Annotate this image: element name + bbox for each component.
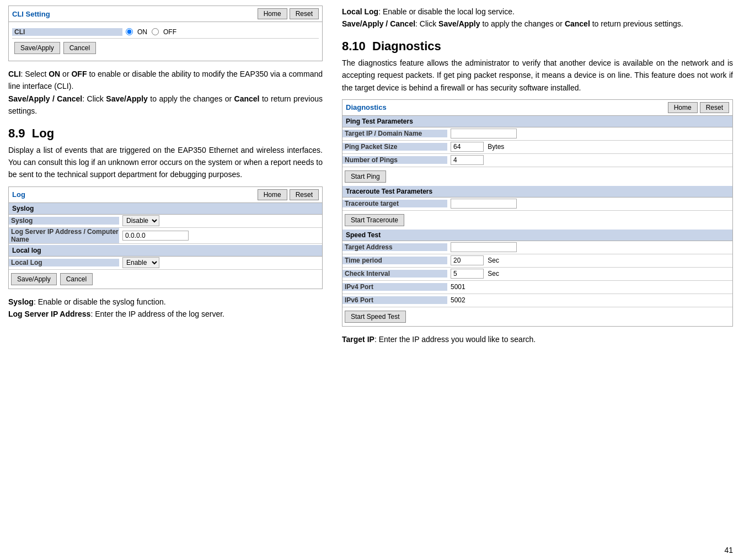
cli-panel-title: CLI Setting <box>12 10 50 18</box>
check-interval-label: Check Interval <box>342 270 447 278</box>
log-section-paragraph: Display a list of events that are trigge… <box>8 144 323 181</box>
ipv6-port-value: 5002 <box>447 296 732 304</box>
start-ping-row: Start Ping <box>342 167 732 186</box>
time-period-unit: Sec <box>488 257 499 264</box>
traceroute-value <box>447 199 732 209</box>
right-cancel-text: Cancel <box>565 19 590 28</box>
local-log-description: Local Log: Enable or disable the local l… <box>342 6 733 30</box>
cli-home-button[interactable]: Home <box>258 8 287 19</box>
diag-reset-button[interactable]: Reset <box>700 102 729 113</box>
ping-packet-value: Bytes <box>447 142 732 152</box>
log-cancel-button[interactable]: Cancel <box>60 273 93 285</box>
cli-on-label: ON <box>137 28 147 36</box>
cli-on-text: ON <box>49 70 60 78</box>
ping-packet-label: Ping Packet Size <box>342 143 447 151</box>
cli-desc-heading: CLI <box>8 70 21 78</box>
traceroute-label: Traceroute target <box>342 200 447 207</box>
cli-saveapply-text: Save/Apply <box>106 94 147 103</box>
log-panel-title: Log <box>12 190 25 199</box>
right-saveapply-text: Save/Apply <box>438 19 480 28</box>
syslog-desc-heading: Syslog <box>8 297 34 306</box>
num-pings-label: Number of Pings <box>342 156 447 164</box>
check-interval-input[interactable] <box>451 269 484 279</box>
cli-cancel-text: Cancel <box>234 94 260 103</box>
check-interval-value: Sec <box>447 269 732 279</box>
local-log-section-header: Local log <box>9 245 322 257</box>
cli-action-row: Save/Apply Cancel <box>12 39 319 57</box>
speed-test-section-header: Speed Test <box>342 230 732 241</box>
start-traceroute-row: Start Traceroute <box>342 211 732 230</box>
syslog-select[interactable]: Disable Enable <box>122 215 159 226</box>
cli-cancel-button[interactable]: Cancel <box>63 42 96 54</box>
start-traceroute-button[interactable]: Start Traceroute <box>345 214 404 226</box>
local-log-label: Local Log <box>9 259 119 266</box>
cli-row-label: CLI <box>12 28 122 36</box>
check-interval-unit: Sec <box>488 270 499 278</box>
cli-radio-group: ON OFF <box>122 28 319 36</box>
start-speed-test-button[interactable]: Start Speed Test <box>345 311 406 323</box>
log-reset-button[interactable]: Reset <box>290 189 319 200</box>
log-section-title: 8.9 Log <box>8 126 323 141</box>
syslog-value: Disable Enable <box>119 215 322 226</box>
diagnostics-section-title: 8.10 Diagnostics <box>342 39 733 54</box>
cli-off-label: OFF <box>163 28 176 36</box>
target-addr-input[interactable] <box>451 242 517 252</box>
cli-off-radio[interactable] <box>152 28 159 35</box>
log-save-button[interactable]: Save/Apply <box>11 273 57 285</box>
page-number: 41 <box>724 546 733 554</box>
traceroute-section-header: Traceroute Test Parameters <box>342 186 732 198</box>
diagnostics-section-name: Diagnostics <box>372 39 441 53</box>
target-addr-value <box>447 242 732 252</box>
start-ping-button[interactable]: Start Ping <box>345 170 386 183</box>
target-ip-value <box>447 129 732 138</box>
local-log-desc-heading: Local Log <box>342 7 378 16</box>
log-section-name: Log <box>32 126 54 140</box>
ping-section-header: Ping Test Parameters <box>342 116 732 127</box>
time-period-label: Time period <box>342 257 447 264</box>
cli-off-text: OFF <box>71 70 87 78</box>
num-pings-value <box>447 155 732 165</box>
log-server-label: Log Server IP Address / Computer Name <box>9 228 119 243</box>
log-server-value <box>119 231 322 241</box>
diag-home-button[interactable]: Home <box>668 102 698 113</box>
cli-reset-button[interactable]: Reset <box>290 8 319 19</box>
time-period-value: Sec <box>447 255 732 265</box>
cli-on-radio[interactable] <box>126 28 133 35</box>
cli-saveapply-heading: Save/Apply / Cancel <box>8 94 82 103</box>
target-addr-label: Target Address <box>342 243 447 251</box>
diagnostics-section-number: 8.10 <box>342 39 366 53</box>
logserver-desc-heading: Log Server IP Address <box>8 310 90 318</box>
target-ip-label: Target IP / Domain Name <box>342 130 447 137</box>
traceroute-input[interactable] <box>451 199 517 209</box>
time-period-input[interactable] <box>451 255 484 265</box>
num-pings-input[interactable] <box>451 155 484 165</box>
syslog-section-header: Syslog <box>9 203 322 215</box>
syslog-label: Syslog <box>9 217 119 225</box>
diagnostics-paragraph: The diagnostics feature allows the admin… <box>342 57 733 94</box>
right-saveapply-heading: Save/Apply / Cancel <box>342 19 415 28</box>
diag-panel-title: Diagnostics <box>346 103 387 111</box>
local-log-select[interactable]: Enable Disable <box>122 257 159 268</box>
log-action-row: Save/Apply Cancel <box>9 270 322 289</box>
target-ip-input[interactable] <box>451 129 517 138</box>
log-home-button[interactable]: Home <box>258 189 287 200</box>
ipv4-port-value: 5001 <box>447 283 732 291</box>
ping-packet-unit: Bytes <box>488 143 504 151</box>
local-log-value: Enable Disable <box>119 257 322 268</box>
target-ip-footer-heading: Target IP <box>342 335 374 344</box>
ipv4-port-label: IPv4 Port <box>342 283 447 291</box>
cli-description: CLI: Select ON or OFF to enable or disab… <box>8 68 323 118</box>
ping-packet-input[interactable] <box>451 142 484 152</box>
ipv6-port-label: IPv6 Port <box>342 296 447 304</box>
log-description: Syslog: Enable or disable the syslog fun… <box>8 296 323 321</box>
cli-save-button[interactable]: Save/Apply <box>14 42 60 54</box>
target-ip-footer: Target IP: Enter the IP address you woul… <box>342 333 733 345</box>
start-speed-test-row: Start Speed Test <box>342 307 732 326</box>
log-server-input[interactable] <box>122 231 189 241</box>
log-section-number: 8.9 <box>8 126 25 140</box>
